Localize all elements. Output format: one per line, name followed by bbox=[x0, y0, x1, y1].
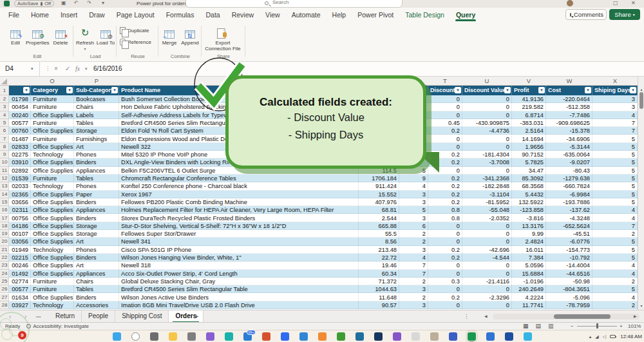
system-tray[interactable]: ▴ ◢ ◁ bbox=[589, 330, 616, 342]
cell-cost[interactable]: -1279.638 bbox=[546, 175, 592, 182]
cell-category[interactable]: Office Supplies bbox=[31, 214, 74, 222]
cell-discount[interactable]: 0.2 bbox=[428, 182, 462, 190]
cell-category[interactable]: Office Supplies bbox=[31, 238, 74, 245]
undo-icon[interactable]: ↶ bbox=[74, 0, 79, 6]
cell-sales[interactable]: 665.88 bbox=[359, 222, 399, 230]
cell-discount[interactable]: 0.8 bbox=[428, 214, 462, 222]
cell-product[interactable]: Xerox 1967 bbox=[119, 191, 359, 198]
ribbon-tab-formulas[interactable]: Formulas bbox=[160, 8, 200, 22]
scroll-down-icon[interactable]: ▾ bbox=[638, 303, 644, 308]
cell-category[interactable]: Furniture bbox=[31, 135, 74, 143]
cell-discount[interactable]: 0 bbox=[428, 238, 462, 245]
cell-days[interactable]: 2 bbox=[592, 301, 638, 309]
cell-subcategory[interactable]: Appliances bbox=[74, 167, 119, 175]
column-letter-O[interactable]: O bbox=[50, 77, 54, 86]
cell-id[interactable]: 01634 bbox=[9, 294, 31, 301]
column-header-discount[interactable]: Discount▼ bbox=[428, 86, 462, 95]
row-header-10[interactable]: 10 bbox=[0, 158, 9, 166]
cell-days[interactable]: 4 bbox=[592, 270, 638, 278]
cell-id[interactable]: 01487 bbox=[9, 135, 31, 143]
column-header-category[interactable]: Category▼ bbox=[31, 86, 74, 95]
sheet-tab-people[interactable]: People bbox=[82, 310, 115, 323]
row-header-19[interactable]: 19 bbox=[0, 230, 9, 238]
cell-days[interactable]: 4 bbox=[592, 111, 638, 119]
zoom-out-button[interactable]: − bbox=[571, 323, 574, 329]
cell-subcategory[interactable]: Paper bbox=[74, 191, 119, 198]
cell-discount[interactable]: 0.2 bbox=[428, 294, 462, 301]
qat-more-icon[interactable]: ▾ bbox=[102, 0, 104, 6]
cancel-icon[interactable]: × bbox=[54, 62, 58, 76]
zoom-slider-handle[interactable] bbox=[596, 323, 598, 328]
cell-days[interactable]: 3 bbox=[592, 103, 638, 111]
cell-discount_value[interactable]: 0 bbox=[462, 167, 512, 175]
cell-cost[interactable]: -50.98 bbox=[546, 278, 592, 285]
cell-category[interactable]: Office Supplies bbox=[31, 222, 74, 230]
cell-profit[interactable]: 2.4824 bbox=[512, 238, 546, 245]
save-icon[interactable]: ▣ bbox=[61, 0, 66, 6]
cell-id[interactable]: 04186 bbox=[9, 222, 31, 230]
cell-profit[interactable]: 240.2649 bbox=[512, 285, 546, 293]
cell-category[interactable]: Office Supplies bbox=[31, 127, 74, 135]
ribbon-tab-automate[interactable]: Automate bbox=[286, 8, 327, 22]
page-break-view-button[interactable]: ▥ bbox=[548, 323, 554, 329]
cell-qty[interactable]: 4 bbox=[399, 254, 428, 261]
cell-sales[interactable]: 68.81 bbox=[359, 206, 399, 214]
row-header-2[interactable]: 2 bbox=[0, 95, 9, 103]
filter-dropdown-icon[interactable]: ▼ bbox=[66, 87, 73, 93]
cell-qty[interactable]: 2 bbox=[399, 230, 428, 238]
cell-cost[interactable]: -220.0464 bbox=[546, 95, 592, 103]
horizontal-scrollbar[interactable] bbox=[493, 314, 639, 319]
reference-button[interactable]: Reference bbox=[120, 39, 151, 46]
row-header-24[interactable]: 24 bbox=[0, 270, 9, 278]
cell-discount_value[interactable]: -341.2368 bbox=[462, 175, 512, 182]
cell-profit[interactable]: 14.1694 bbox=[512, 135, 546, 143]
cell-qty[interactable]: 3 bbox=[399, 191, 428, 198]
cell-days[interactable]: 5 bbox=[592, 151, 638, 158]
cell-profit[interactable]: 85.3092 bbox=[512, 175, 546, 182]
cell-cost[interactable]: -6.9984 bbox=[546, 191, 592, 198]
chevron-up-icon[interactable]: ▴ bbox=[589, 334, 592, 339]
cell-discount[interactable]: 0 bbox=[428, 143, 462, 151]
photos-icon[interactable] bbox=[524, 332, 532, 341]
column-letter-P[interactable]: P bbox=[95, 77, 99, 86]
cell-sales[interactable]: 19.46 bbox=[359, 261, 399, 269]
scroll-right-icon[interactable]: ▶ bbox=[634, 310, 637, 323]
cell-cost[interactable]: -9.0207 bbox=[546, 158, 592, 166]
cell-discount[interactable]: 0 bbox=[428, 222, 462, 230]
column-letter-X[interactable]: X bbox=[613, 77, 617, 86]
cell-days[interactable]: 5 bbox=[592, 167, 638, 175]
cell-days[interactable]: 5 bbox=[592, 143, 638, 151]
cell-profit[interactable]: 219.582 bbox=[512, 103, 546, 111]
cell-discount[interactable]: 0 bbox=[428, 270, 462, 278]
app-icon[interactable] bbox=[412, 332, 420, 341]
cell-days[interactable]: 4 bbox=[592, 261, 638, 269]
cell-profit[interactable]: 11.7741 bbox=[512, 301, 546, 309]
cell-id[interactable]: 01798 bbox=[9, 95, 31, 103]
cell-qty[interactable]: 2 bbox=[399, 238, 428, 245]
cell-category[interactable]: Furniture bbox=[31, 175, 74, 182]
cell-qty[interactable]: 5 bbox=[399, 206, 428, 214]
cell-qty[interactable]: 3 bbox=[399, 198, 428, 206]
cell-days[interactable]: 5 bbox=[592, 135, 638, 143]
cell-days[interactable]: 3 bbox=[592, 95, 638, 103]
cell-id[interactable]: 02215 bbox=[9, 254, 31, 261]
cell-sales[interactable]: 911.424 bbox=[359, 182, 399, 190]
cell-profit[interactable]: -123.858 bbox=[512, 206, 546, 214]
cell-cost[interactable]: -909.698625 bbox=[546, 119, 592, 127]
cell-sales[interactable]: 1044.63 bbox=[359, 285, 399, 293]
row-header-17[interactable]: 17 bbox=[0, 214, 9, 222]
cell-category[interactable]: Furniture bbox=[31, 103, 74, 111]
cell-profit[interactable]: 1.9656 bbox=[512, 143, 546, 151]
cell-sales[interactable]: 407.976 bbox=[359, 198, 399, 206]
cell-cost[interactable]: -14.4004 bbox=[546, 261, 592, 269]
row-header-9[interactable]: 9 bbox=[0, 151, 9, 158]
row-header-1[interactable]: 1 bbox=[0, 86, 9, 95]
cell-profit[interactable]: 5.4432 bbox=[512, 191, 546, 198]
cell-discount_value[interactable]: 0 bbox=[462, 270, 512, 278]
sheet-more-icon[interactable]: ••• bbox=[36, 310, 41, 323]
cell-subcategory[interactable]: Chairs bbox=[74, 278, 119, 285]
ribbon-tab-file[interactable]: File bbox=[3, 8, 25, 22]
ribbon-tab-home[interactable]: Home bbox=[25, 8, 55, 22]
delete-button[interactable]: × Delete bbox=[49, 24, 72, 46]
cell-product[interactable]: Global Deluxe Stacking Chair, Gray bbox=[119, 278, 359, 285]
